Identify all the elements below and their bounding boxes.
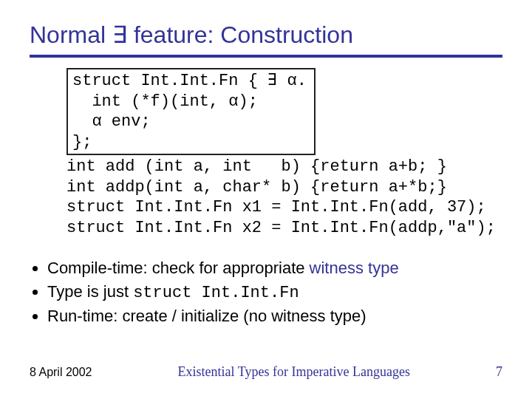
bullet-2-prefix: Type is just: [47, 282, 133, 301]
bullet-1: Compile-time: check for appropriate witn…: [47, 257, 502, 279]
bullet-1-prefix: Compile-time: check for appropriate: [47, 259, 310, 277]
code-block: struct Int.Int.Fn { ∃ α. int (*f)(int, α…: [66, 68, 502, 238]
slide-title: Normal ∃ feature: Construction: [30, 21, 502, 49]
code-line-7: struct Int.Int.Fn x1 = Int.Int.Fn(add, 3…: [66, 198, 486, 216]
code-line-5: int add (int a, int b) {return a+b; }: [66, 157, 447, 176]
footer-date: 8 April 2002: [30, 366, 92, 379]
code-line-1: struct Int.Int.Fn { ∃ α.: [72, 72, 307, 90]
footer: 8 April 2002 Existential Types for Imper…: [0, 364, 532, 380]
bullet-2-code: struct Int.Int.Fn: [133, 284, 299, 302]
bullet-2: Type is just struct Int.Int.Fn: [47, 281, 502, 304]
code-line-3: α env;: [72, 112, 151, 131]
code-line-2: int (*f)(int, α);: [72, 92, 258, 111]
code-struct-box: struct Int.Int.Fn { ∃ α. int (*f)(int, α…: [66, 68, 316, 155]
slide: Normal ∃ feature: Construction struct In…: [0, 0, 532, 399]
bullet-3: Run-time: create / initialize (no witnes…: [47, 305, 502, 327]
code-line-6: int addp(int a, char* b) {return a+*b;}: [66, 178, 447, 197]
code-line-4: };: [72, 133, 92, 151]
bullet-1-witness: witness type: [310, 259, 399, 277]
title-rule: [30, 55, 502, 58]
bullet-list: Compile-time: check for appropriate witn…: [30, 257, 502, 327]
footer-title: Existential Types for Imperative Languag…: [92, 364, 496, 380]
code-line-8: struct Int.Int.Fn x2 = Int.Int.Fn(addp,"…: [66, 219, 496, 237]
footer-page: 7: [496, 364, 502, 380]
